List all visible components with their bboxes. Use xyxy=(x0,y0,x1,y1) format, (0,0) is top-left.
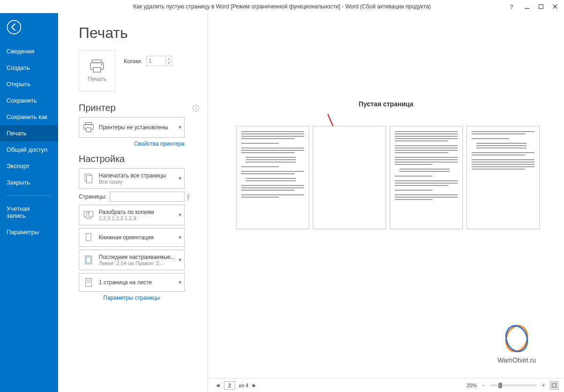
sidebar-item-close[interactable]: Закрыть xyxy=(0,174,58,191)
svg-rect-1 xyxy=(539,5,543,9)
info-icon[interactable]: i xyxy=(187,193,189,200)
printer-dropdown-label: Принтеры не установлены xyxy=(99,124,176,131)
svg-rect-20 xyxy=(87,257,91,263)
portrait-icon xyxy=(81,230,96,245)
preview-footer: ◀ из 4 ▶ 20% − + xyxy=(208,378,564,392)
copies-label: Копии: xyxy=(124,58,142,65)
margins-line2: Левое: 2,54 см Правое: 2,... xyxy=(99,260,176,266)
chevron-down-icon: ▼ xyxy=(178,235,182,240)
pages-icon xyxy=(81,171,96,186)
minimize-button[interactable] xyxy=(520,2,534,11)
annotation-label: Пустая страница xyxy=(359,100,414,108)
print-range-dropdown[interactable]: Напечатать все страницы Все сразу ▼ xyxy=(79,168,185,189)
page-thumbnail-3[interactable] xyxy=(390,126,463,229)
back-button[interactable] xyxy=(0,13,28,41)
printer-properties-link[interactable]: Свойства принтера xyxy=(79,141,185,147)
svg-point-9 xyxy=(101,64,103,66)
svg-rect-12 xyxy=(86,128,91,132)
info-icon[interactable]: i xyxy=(193,105,199,111)
svg-point-5 xyxy=(7,21,21,34)
maximize-button[interactable] xyxy=(534,2,548,11)
svg-rect-18 xyxy=(86,233,91,241)
pages-per-sheet-dropdown[interactable]: 1 страница на листе ▼ xyxy=(79,273,185,292)
sidebar-item-export[interactable]: Экспорт xyxy=(0,158,58,174)
svg-point-27 xyxy=(503,325,531,353)
sidebar-separator xyxy=(7,195,52,196)
sidebar-item-options[interactable]: Параметры xyxy=(0,224,58,240)
sidebar-item-save[interactable]: Сохранить xyxy=(0,92,58,109)
settings-section-title: Настройка xyxy=(79,154,125,164)
page-number-input[interactable] xyxy=(224,381,235,390)
copies-field[interactable] xyxy=(147,56,165,66)
svg-rect-10 xyxy=(85,123,92,125)
window-title: Как удалить пустую страницу в Word [Режи… xyxy=(0,3,564,10)
copies-down-icon[interactable]: ▼ xyxy=(166,61,172,66)
zoom-label: 20% xyxy=(467,383,477,388)
sidebar-item-saveas[interactable]: Сохранить как xyxy=(0,109,58,125)
margins-line1: Последние настраиваемые... xyxy=(99,254,176,260)
print-button-label: Печать xyxy=(88,76,106,82)
help-icon[interactable]: ? xyxy=(506,2,517,11)
zoom-out-button[interactable]: − xyxy=(480,382,487,389)
collate-dropdown[interactable]: Разобрать по копиям 1,2,3 1,2,3 1,2,3 ▼ xyxy=(79,205,185,225)
titlebar: Как удалить пустую страницу в Word [Режи… xyxy=(0,0,564,13)
page-setup-link[interactable]: Параметры страницы xyxy=(79,295,185,301)
sidebar-item-print[interactable]: Печать xyxy=(0,125,58,141)
margins-icon xyxy=(81,252,96,267)
page-thumbnail-4[interactable] xyxy=(467,126,540,229)
zoom-slider[interactable] xyxy=(490,385,537,386)
close-button[interactable] xyxy=(548,2,562,11)
sidebar-item-open[interactable]: Открыть xyxy=(0,76,58,92)
per-sheet-line1: 1 страница на листе xyxy=(99,279,176,286)
page-title: Печать xyxy=(79,24,199,42)
chevron-down-icon: ▼ xyxy=(178,176,182,181)
zoom-in-button[interactable]: + xyxy=(540,382,547,389)
sidebar: Сведения Создать Открыть Сохранить Сохра… xyxy=(0,13,58,392)
watermark-logo-icon xyxy=(497,325,536,355)
prev-page-button[interactable]: ◀ xyxy=(214,381,222,390)
page-per-sheet-icon xyxy=(81,275,96,290)
copies-up-icon[interactable]: ▲ xyxy=(166,56,172,61)
svg-rect-30 xyxy=(553,384,556,387)
print-button[interactable]: Печать xyxy=(79,50,115,91)
print-settings-pane: Печать Печать Копии: ▲ ▼ xyxy=(58,13,208,392)
svg-rect-8 xyxy=(93,67,101,72)
next-page-button[interactable]: ▶ xyxy=(250,381,259,390)
svg-rect-17 xyxy=(89,211,93,217)
page-thumbnail-1[interactable] xyxy=(236,126,309,229)
preview-pages xyxy=(236,126,540,229)
print-range-line2: Все сразу xyxy=(99,179,176,185)
printer-section-title: Принтер xyxy=(79,103,116,113)
orientation-line1: Книжная ориентация xyxy=(99,234,176,241)
chevron-down-icon: ▼ xyxy=(178,125,182,130)
svg-rect-14 xyxy=(87,176,92,183)
printer-dropdown[interactable]: Принтеры не установлены ▼ xyxy=(79,117,185,138)
pages-input[interactable] xyxy=(110,192,185,202)
pages-label: Страницы: xyxy=(79,193,107,200)
page-total-label: из 4 xyxy=(239,383,248,388)
svg-rect-6 xyxy=(92,60,102,63)
sidebar-item-account[interactable]: Учетная запись xyxy=(0,200,58,224)
svg-point-28 xyxy=(503,325,531,353)
orientation-dropdown[interactable]: Книжная ориентация ▼ xyxy=(79,228,185,247)
sidebar-item-new[interactable]: Создать xyxy=(0,59,58,76)
sidebar-item-share[interactable]: Общий доступ xyxy=(0,141,58,158)
watermark-text: WamOtvet.ru xyxy=(497,356,536,364)
preview-pane: Пустая страница xyxy=(208,13,564,392)
copies-input[interactable]: ▲ ▼ xyxy=(146,56,172,66)
sidebar-item-info[interactable]: Сведения xyxy=(0,43,58,59)
chevron-down-icon: ▼ xyxy=(178,258,182,262)
margins-dropdown[interactable]: Последние настраиваемые... Левое: 2,54 с… xyxy=(79,250,185,270)
print-range-line1: Напечатать все страницы xyxy=(99,172,176,179)
collate-line2: 1,2,3 1,2,3 1,2,3 xyxy=(99,215,176,221)
chevron-down-icon: ▼ xyxy=(178,213,182,217)
page-thumbnail-2-empty[interactable] xyxy=(313,126,386,229)
fit-to-page-button[interactable] xyxy=(550,381,558,390)
collate-icon xyxy=(81,207,96,222)
printer-icon xyxy=(81,120,96,135)
watermark: WamOtvet.ru xyxy=(497,325,536,364)
chevron-down-icon: ▼ xyxy=(178,280,182,285)
collate-line1: Разобрать по копиям xyxy=(99,209,176,215)
